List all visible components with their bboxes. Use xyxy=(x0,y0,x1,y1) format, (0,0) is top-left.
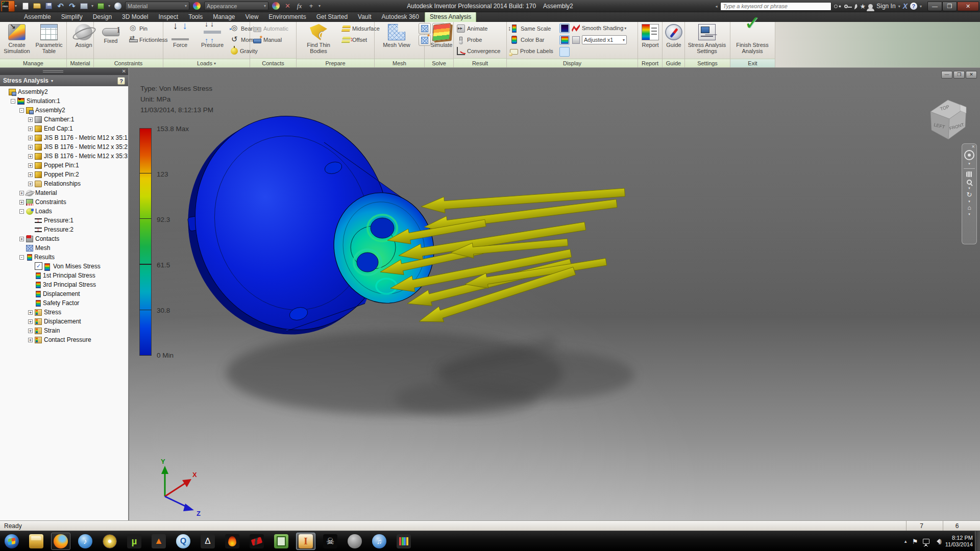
tree-item[interactable]: + Poppet Pin:2 xyxy=(0,170,128,179)
tree-item[interactable]: + Displacement xyxy=(0,317,128,326)
ribbon-tab[interactable]: View xyxy=(241,12,263,22)
maximum-result-toggle[interactable] xyxy=(571,23,581,33)
ribbon-tab[interactable]: Environments xyxy=(264,12,310,22)
panel-label-solve[interactable]: Solve xyxy=(425,59,453,67)
appearance-combo[interactable]: Appearance▾ xyxy=(204,2,268,10)
pressure-load-button[interactable]: Pressure xyxy=(197,23,228,58)
communication-center-icon[interactable] xyxy=(851,3,859,10)
vlc-taskbar-icon[interactable]: ▲ xyxy=(149,533,168,550)
action-center-flag-icon[interactable]: ⚑ xyxy=(912,538,918,545)
color-wheel-icon[interactable] xyxy=(192,2,201,10)
browser-header[interactable]: Stress Analysis ▾ ? xyxy=(0,75,128,86)
probe-labels-button[interactable]: Probe Labels xyxy=(508,45,555,57)
3d-viewport[interactable]: — ❒ ✕ Type: Von Mises Stress Unit: MPa 1… xyxy=(129,68,980,520)
delta-app-taskbar-icon[interactable]: Δ xyxy=(198,533,217,550)
ribbon-tab[interactable]: 3D Model xyxy=(117,12,153,22)
probe-button[interactable]: Probe xyxy=(455,34,502,45)
panel-label-material[interactable]: Material xyxy=(67,59,93,67)
furmark-taskbar-icon[interactable] xyxy=(223,533,242,550)
look-at-icon[interactable]: ⌂ xyxy=(967,205,971,211)
animate-results-button[interactable]: Animate xyxy=(455,23,502,34)
network-icon[interactable] xyxy=(923,539,929,544)
image-tool-icon[interactable] xyxy=(80,2,88,10)
tree-item[interactable]: + JIS B 1176 - Metric M12 x 35:3 xyxy=(0,152,128,161)
app-menu-chevron-icon[interactable]: ▾ xyxy=(15,4,17,8)
tray-clock[interactable]: 8:12 PM 11/03/2014 xyxy=(945,535,973,548)
navbar-chevron-icon[interactable]: ▾ xyxy=(968,162,970,166)
subscription-key-icon[interactable] xyxy=(844,5,848,8)
force-load-button[interactable]: Force xyxy=(165,23,195,58)
utorrent-taskbar-icon[interactable]: µ xyxy=(125,533,144,550)
tree-expander[interactable]: + xyxy=(28,117,33,122)
panel-label-manage[interactable]: Manage xyxy=(0,59,66,67)
tree-expander[interactable]: - xyxy=(11,99,15,104)
shading-dropdown-chevron-icon[interactable]: ▾ xyxy=(624,26,626,31)
new-file-icon[interactable] xyxy=(21,2,30,10)
tray-expand-chevron-icon[interactable]: ▲ xyxy=(903,539,908,544)
ribbon-tab[interactable]: Tools xyxy=(184,12,207,22)
tree-item[interactable]: Safety Factor xyxy=(0,298,128,308)
browser-help-icon[interactable]: ? xyxy=(117,77,125,85)
panel-label-display[interactable]: Display xyxy=(507,59,638,67)
tree-expander[interactable]: + xyxy=(28,329,33,333)
ghosts-game-taskbar-icon[interactable]: ☠ xyxy=(321,533,340,550)
mixer-app-taskbar-icon[interactable] xyxy=(394,533,413,550)
tree-item[interactable]: Assembly2 xyxy=(0,87,128,96)
tree-item[interactable]: - Loads xyxy=(0,207,128,216)
redo-icon[interactable]: ↷ xyxy=(68,2,77,10)
adjust-color-icon[interactable] xyxy=(272,2,280,10)
component-tool-icon[interactable] xyxy=(96,2,105,10)
gpu-z-taskbar-icon[interactable] xyxy=(272,533,291,550)
tree-item[interactable]: + JIS B 1176 - Metric M12 x 35:2 xyxy=(0,142,128,152)
force-arrows[interactable] xyxy=(379,184,625,329)
automatic-contacts-button[interactable]: Automatic xyxy=(252,23,290,34)
stress-analysis-settings-button[interactable]: Stress Analysis Settings xyxy=(687,23,727,58)
tree-item[interactable]: 1st Principal Stress xyxy=(0,271,128,280)
show-desktop-button[interactable] xyxy=(975,531,980,551)
guide-button[interactable]: Guide xyxy=(664,23,683,58)
tree-expander[interactable]: + xyxy=(28,127,33,131)
firefox-taskbar-icon[interactable] xyxy=(51,533,70,550)
tree-expander[interactable]: + xyxy=(28,154,33,159)
tree-expander[interactable]: + xyxy=(28,182,33,186)
image-tool-chevron-icon[interactable]: ▾ xyxy=(91,4,93,8)
browser-close-icon[interactable]: ✕ xyxy=(122,69,126,74)
parametric-table-button[interactable]: Parametric Table xyxy=(34,23,64,58)
fixed-constraint-button[interactable]: Fixed xyxy=(95,23,126,58)
exchange-apps-icon[interactable]: X xyxy=(903,2,908,10)
probe-edit-toggle[interactable] xyxy=(559,47,570,57)
volume-icon[interactable]: ))) xyxy=(934,539,941,544)
tree-expander[interactable]: + xyxy=(19,237,24,241)
doc-minimize-icon[interactable]: — xyxy=(941,71,952,79)
tree-expander[interactable]: + xyxy=(28,338,33,342)
panel-label-settings[interactable]: Settings xyxy=(685,59,730,67)
tree-item[interactable]: + Contacts xyxy=(0,234,128,243)
afterburner-taskbar-icon[interactable] xyxy=(247,533,266,550)
ribbon-tab[interactable]: Vault xyxy=(353,12,376,22)
undeformed-toggle[interactable] xyxy=(571,35,581,45)
search-binoculars-icon[interactable] xyxy=(834,5,838,8)
tree-item[interactable]: + Strain xyxy=(0,326,128,335)
tree-expander[interactable]: + xyxy=(28,163,33,168)
orbit-icon[interactable]: ↻ xyxy=(967,192,972,198)
tree-expander[interactable]: + xyxy=(19,191,24,195)
panel-label-constraints[interactable]: Constraints xyxy=(94,59,163,67)
panel-label-result[interactable]: Result xyxy=(454,58,506,67)
restore-window-button[interactable]: ❒ xyxy=(942,2,957,11)
doc-close-icon[interactable]: ✕ xyxy=(966,71,977,79)
ribbon-tab[interactable]: Assemble xyxy=(19,12,56,22)
convergence-plot-button[interactable]: Convergence xyxy=(455,45,502,57)
tree-item[interactable]: + Stress xyxy=(0,308,128,317)
inventor-taskbar-icon[interactable]: I xyxy=(296,533,315,550)
ribbon-tab[interactable]: Get Started xyxy=(312,12,352,22)
panel-label-report[interactable]: Report xyxy=(638,59,662,67)
close-window-button[interactable]: ✕ xyxy=(957,2,979,11)
tree-item[interactable]: Displacement xyxy=(0,289,128,298)
orbit-chevron-icon[interactable]: ▾ xyxy=(968,199,970,204)
component-tool-chevron-icon[interactable]: ▾ xyxy=(108,4,110,8)
tree-item[interactable]: + End Cap:1 xyxy=(0,124,128,133)
sign-in-button[interactable]: Sign In xyxy=(876,3,895,10)
ribbon-tab[interactable]: Autodesk 360 xyxy=(377,12,424,22)
color-mapped-toggle[interactable] xyxy=(559,35,570,45)
qat-overflow-chevron-icon[interactable]: ▾ xyxy=(318,4,321,8)
